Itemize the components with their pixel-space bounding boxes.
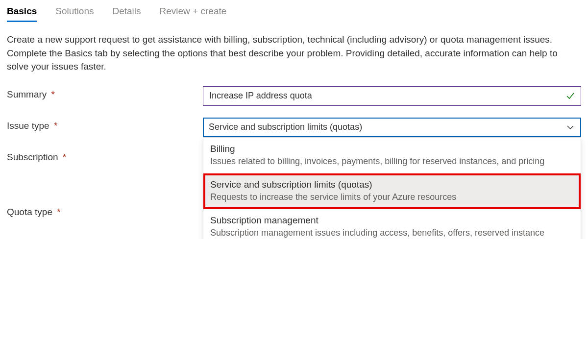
quota-type-label: Quota type * [7,204,203,218]
tab-bar: Basics Solutions Details Review + create [7,4,581,22]
subscription-label: Subscription * [7,149,203,163]
option-title: Service and subscription limits (quotas) [210,179,574,190]
intro-line-1: Create a new support request to get assi… [7,34,552,45]
tab-label: Solutions [55,6,94,16]
required-asterisk: * [51,89,55,99]
issue-type-label: Issue type * [7,118,203,131]
tab-label: Review + create [160,6,227,16]
required-asterisk: * [57,207,60,217]
option-desc: Requests to increase the service limits … [210,191,574,203]
option-desc: Subscription management issues including… [210,227,574,239]
select-value: Service and subscription limits (quotas) [209,122,362,132]
tab-review-create[interactable]: Review + create [160,4,227,22]
option-desc: Issues related to billing, invoices, pay… [210,155,574,168]
intro-text: Create a new support request to get assi… [7,33,581,73]
tab-basics[interactable]: Basics [7,4,37,22]
option-title: Subscription management [210,215,574,226]
label-text: Subscription [7,152,58,162]
label-text: Quota type [7,207,52,217]
tab-solutions[interactable]: Solutions [55,4,94,22]
chevron-down-icon [566,123,574,131]
required-asterisk: * [54,121,57,131]
tab-label: Details [112,6,141,16]
issue-type-select[interactable]: Service and subscription limits (quotas) [203,118,581,137]
summary-label: Summary * [7,86,203,100]
issue-type-dropdown: Billing Issues related to billing, invoi… [203,137,581,239]
label-text: Summary [7,89,47,99]
option-title: Billing [210,144,574,154]
tab-label: Basics [7,6,37,16]
option-subscription-management[interactable]: Subscription management Subscription man… [203,209,581,239]
required-asterisk: * [63,152,66,162]
label-text: Issue type [7,121,49,131]
intro-line-2: Complete the Basics tab by selecting the… [7,48,558,72]
tab-details[interactable]: Details [112,4,141,22]
option-billing[interactable]: Billing Issues related to billing, invoi… [203,138,581,173]
option-service-subscription-limits[interactable]: Service and subscription limits (quotas)… [203,173,581,209]
summary-input[interactable] [203,86,581,106]
